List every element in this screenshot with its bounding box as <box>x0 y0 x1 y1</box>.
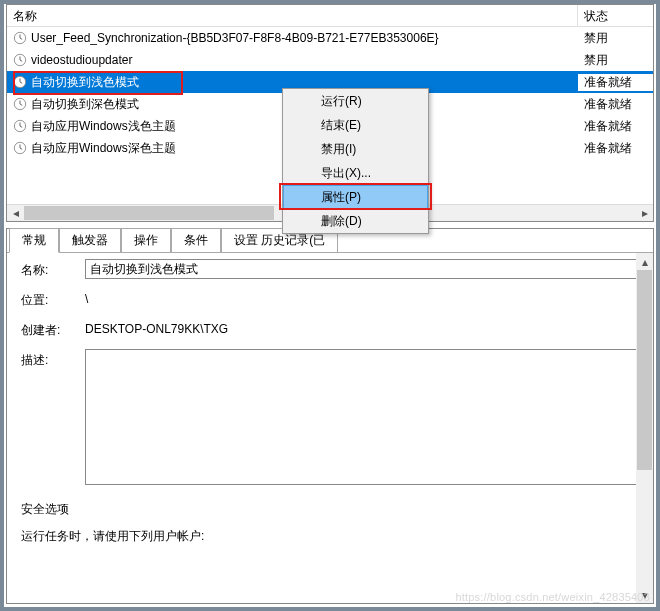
scroll-up-icon[interactable]: ▴ <box>636 253 653 270</box>
task-status: 禁用 <box>578 30 653 47</box>
label-location: 位置: <box>21 289 85 309</box>
scroll-right-icon[interactable]: ▸ <box>636 205 653 221</box>
clock-icon <box>13 141 27 155</box>
task-name: 自动应用Windows深色主题 <box>31 140 176 157</box>
tab-triggers[interactable]: 触发器 <box>59 228 121 252</box>
menu-export[interactable]: 导出(X)... <box>283 161 428 185</box>
task-row[interactable]: User_Feed_Synchronization-{BB5D3F07-F8F8… <box>7 27 653 49</box>
task-status: 准备就绪 <box>578 74 653 91</box>
task-status: 准备就绪 <box>578 140 653 157</box>
task-row[interactable]: videostudioupdater 禁用 <box>7 49 653 71</box>
description-field[interactable] <box>85 349 645 485</box>
scrollbar-thumb[interactable] <box>24 206 274 220</box>
security-account-label: 运行任务时，请使用下列用户帐户: <box>21 528 645 545</box>
security-options-title: 安全选项 <box>21 501 645 518</box>
clock-icon <box>13 119 27 133</box>
tab-actions[interactable]: 操作 <box>121 228 171 252</box>
name-field[interactable] <box>85 259 645 279</box>
tab-conditions[interactable]: 条件 <box>171 228 221 252</box>
tab-general[interactable]: 常规 <box>9 228 59 253</box>
menu-disable[interactable]: 禁用(I) <box>283 137 428 161</box>
label-creator: 创建者: <box>21 319 85 339</box>
scrollbar-thumb[interactable] <box>637 270 652 470</box>
task-name: 自动应用Windows浅色主题 <box>31 118 176 135</box>
column-header-name[interactable]: 名称 <box>7 5 578 26</box>
creator-value: DESKTOP-ONL79KK\TXG <box>85 319 645 336</box>
task-name: 自动切换到深色模式 <box>31 96 139 113</box>
vertical-scrollbar[interactable]: ▴ ▾ <box>636 253 653 603</box>
context-menu: 运行(R) 结束(E) 禁用(I) 导出(X)... 属性(P) 删除(D) <box>282 88 429 234</box>
menu-run[interactable]: 运行(R) <box>283 89 428 113</box>
menu-end[interactable]: 结束(E) <box>283 113 428 137</box>
label-description: 描述: <box>21 349 85 369</box>
clock-icon <box>13 31 27 45</box>
menu-delete[interactable]: 删除(D) <box>283 209 428 233</box>
column-header-status[interactable]: 状态 <box>578 5 653 26</box>
task-name: 自动切换到浅色模式 <box>31 74 139 91</box>
properties-pane: 常规 触发器 操作 条件 设置 历史记录(已 名称: 位置: \ 创建者: DE… <box>6 228 654 604</box>
task-status: 禁用 <box>578 52 653 69</box>
label-name: 名称: <box>21 259 85 279</box>
scroll-left-icon[interactable]: ◂ <box>7 205 24 221</box>
clock-icon <box>13 75 27 89</box>
task-name: User_Feed_Synchronization-{BB5D3F07-F8F8… <box>31 31 439 45</box>
task-name: videostudioupdater <box>31 53 132 67</box>
menu-properties[interactable]: 属性(P) <box>283 185 428 209</box>
task-list-header: 名称 状态 <box>7 5 653 27</box>
clock-icon <box>13 53 27 67</box>
clock-icon <box>13 97 27 111</box>
scroll-down-icon[interactable]: ▾ <box>636 586 653 603</box>
location-value: \ <box>85 289 645 306</box>
general-tab-content: 名称: 位置: \ 创建者: DESKTOP-ONL79KK\TXG 描述: 安… <box>7 253 653 603</box>
task-status: 准备就绪 <box>578 118 653 135</box>
task-status: 准备就绪 <box>578 96 653 113</box>
